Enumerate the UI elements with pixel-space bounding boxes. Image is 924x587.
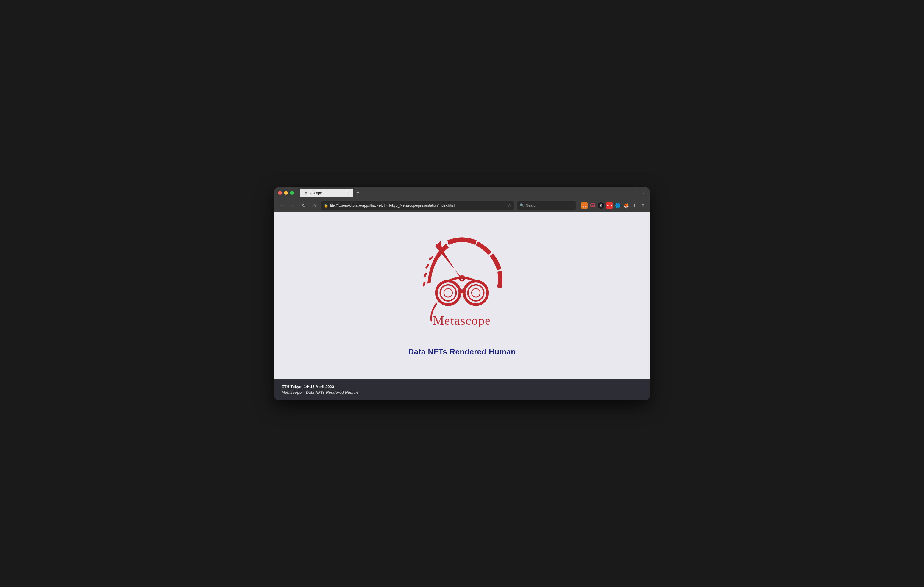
logo-container: Metascope [411,234,513,335]
browser-window: Metascope × + ⌄ ← → ↻ ⌂ 🔒 file:///Users/… [274,187,650,400]
metamask-icon[interactable]: 🦊 [581,202,587,209]
minimize-button[interactable] [284,191,288,195]
tab-bar: Metascope × + ⌄ [300,189,646,197]
browser-toolbar-icons: 🦊 K ABP 🌐 🦊 ⬆ [581,202,646,209]
tagline: Data NFTs Rendered Human [408,347,516,357]
svg-text:Metascope: Metascope [433,314,491,327]
navigation-bar: ← → ↻ ⌂ 🔒 file:///Users/kitblake/apps/ha… [274,199,650,212]
svg-rect-14 [460,289,464,293]
close-button[interactable] [278,191,282,195]
footer: ETH Tokyo, 14~16 April 2023 Metascope – … [274,379,650,400]
metascope-logo: Metascope [411,234,513,335]
footer-event: ETH Tokyo, 14~16 April 2023 [282,385,642,389]
tab-chevron-icon: ⌄ [642,191,646,196]
home-icon: ⌂ [313,203,316,208]
svg-rect-3 [426,264,429,269]
maximize-button[interactable] [290,191,294,195]
adblock-icon[interactable]: ABP [606,202,613,209]
address-lock-icon: 🔒 [324,203,328,207]
footer-subtitle: Metascope – Data NFTs Rendered Human [282,390,642,395]
new-tab-button[interactable]: + [355,190,361,196]
forward-icon: → [290,203,295,208]
traffic-lights [278,191,294,195]
svg-point-9 [440,285,456,301]
bookmark-icon[interactable]: ☆ [508,203,512,208]
search-placeholder-text: Search [526,203,537,207]
title-bar: Metascope × + ⌄ [274,187,650,199]
back-button[interactable]: ← [278,201,286,210]
svg-point-12 [468,285,484,301]
tab-title: Metascope [305,191,322,195]
pocket-icon[interactable] [589,202,596,209]
address-bar[interactable]: 🔒 file:///Users/kitblake/apps/hacks/ETHT… [321,201,515,210]
reload-button[interactable]: ↻ [299,201,308,210]
tab-close-button[interactable]: × [347,191,348,195]
k-browser-icon[interactable]: K [598,202,604,209]
firefox-icon[interactable]: 🦊 [623,202,629,209]
active-tab[interactable]: Metascope × [300,189,353,197]
main-content: Metascope Data NFTs Rendered Human [274,212,650,379]
svg-rect-1 [423,281,426,287]
address-text: file:///Users/kitblake/apps/hacks/ETHTok… [330,203,506,207]
svg-point-10 [444,289,452,298]
share-icon[interactable]: ⬆ [631,202,638,209]
reload-icon: ↻ [302,203,306,209]
back-icon: ← [280,203,285,208]
search-bar[interactable]: 🔍 Search [517,201,576,210]
svg-rect-2 [423,273,427,278]
menu-icon[interactable]: ≡ [639,202,646,209]
svg-rect-4 [429,256,434,260]
svg-point-13 [472,289,480,298]
forward-button[interactable]: → [289,201,297,210]
globe-icon[interactable]: 🌐 [614,202,621,209]
home-button[interactable]: ⌂ [310,201,318,210]
search-icon: 🔍 [520,203,524,207]
